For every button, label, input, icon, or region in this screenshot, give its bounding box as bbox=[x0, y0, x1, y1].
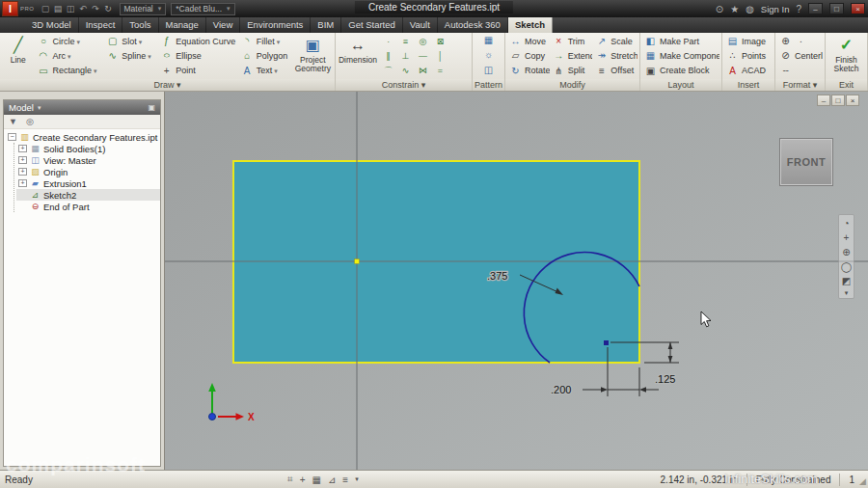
browser-header[interactable]: Model ▾ ▣ bbox=[4, 100, 160, 115]
text-button[interactable]: AText bbox=[239, 64, 292, 77]
tree-item-extrusion1[interactable]: + ▰ Extrusion1 bbox=[16, 177, 160, 189]
close-button[interactable]: × bbox=[851, 3, 865, 14]
tree-item-solid-bodies[interactable]: + ▦ Solid Bodies(1) bbox=[16, 143, 160, 154]
update-icon[interactable]: ↻ bbox=[102, 4, 115, 14]
circle-button[interactable]: ○Circle bbox=[35, 35, 103, 48]
panel-label-modify[interactable]: Modify bbox=[505, 79, 639, 91]
vertical-constraint-icon[interactable]: │ bbox=[432, 49, 448, 63]
points-button[interactable]: ∴Points bbox=[724, 49, 773, 63]
rotate-button[interactable]: ↻Rotate bbox=[507, 64, 550, 77]
communication-center-icon[interactable]: ◍ bbox=[746, 4, 754, 14]
tab-view[interactable]: View bbox=[206, 17, 240, 33]
concentric-constraint-icon[interactable]: ◎ bbox=[415, 35, 431, 48]
zoom-icon[interactable]: ⊕ bbox=[839, 245, 854, 259]
polygon-button[interactable]: ⌂Polygon bbox=[239, 49, 292, 63]
smooth-constraint-icon[interactable]: ∿ bbox=[397, 64, 414, 77]
symmetric-constraint-icon[interactable]: ⋈ bbox=[415, 64, 431, 77]
center-point-icon[interactable]: ∙ bbox=[795, 36, 807, 46]
precise-input-icon[interactable]: + bbox=[300, 474, 306, 485]
tab-bim[interactable]: BIM bbox=[311, 17, 341, 33]
mirror-icon[interactable]: ◫ bbox=[482, 65, 495, 77]
horizontal-constraint-icon[interactable]: ― bbox=[415, 49, 431, 63]
offset-button[interactable]: ≡Offset bbox=[593, 64, 637, 77]
doc-close-button[interactable]: × bbox=[846, 95, 859, 106]
minimize-button[interactable]: – bbox=[808, 3, 823, 14]
driven-dimension-icon[interactable]: ╌ bbox=[779, 66, 792, 76]
panel-label-draw[interactable]: Draw ▾ bbox=[0, 79, 335, 91]
favorites-icon[interactable]: ★ bbox=[730, 4, 739, 14]
tab-manage[interactable]: Manage bbox=[159, 17, 206, 33]
centerline-button[interactable]: ⊘Centerline bbox=[777, 49, 823, 63]
tree-item-origin[interactable]: + ▨ Origin bbox=[16, 166, 160, 177]
undo-icon[interactable]: ↶ bbox=[77, 4, 90, 14]
extend-button[interactable]: →Extend bbox=[551, 49, 593, 63]
copy-button[interactable]: ▱Copy bbox=[507, 49, 550, 63]
panel-label-format[interactable]: Format ▾ bbox=[775, 79, 825, 91]
tangent-constraint-icon[interactable]: ⌒ bbox=[380, 64, 396, 77]
tree-item-sketch2[interactable]: ⊿ Sketch2 bbox=[16, 189, 160, 201]
redo-icon[interactable]: ↷ bbox=[90, 4, 102, 14]
arc-center-point[interactable] bbox=[604, 340, 609, 345]
doc-minimize-button[interactable]: – bbox=[817, 95, 830, 106]
point-button[interactable]: +Point bbox=[158, 64, 238, 77]
expand-icon[interactable]: + bbox=[18, 179, 27, 187]
appearance-dropdown[interactable]: *Cadet Blu... ▾ bbox=[171, 3, 234, 15]
inventor-logo-icon[interactable]: I bbox=[2, 1, 18, 16]
panel-label-exit[interactable]: Exit bbox=[826, 79, 867, 91]
view-cube[interactable]: FRONT bbox=[779, 138, 833, 186]
stretch-button[interactable]: ↠Stretch bbox=[593, 49, 637, 63]
panel-label-insert[interactable]: Insert bbox=[722, 79, 774, 91]
construction-icon[interactable]: ⊕ bbox=[779, 36, 792, 46]
height-dimension[interactable]: .125 bbox=[655, 373, 675, 385]
tab-3d-model[interactable]: 3D Model bbox=[25, 17, 79, 33]
expand-icon[interactable]: + bbox=[18, 156, 27, 164]
open-file-icon[interactable]: ▤ bbox=[52, 4, 65, 14]
create-block-button[interactable]: ▣Create Block bbox=[642, 64, 719, 77]
dimension-button[interactable]: ↔ Dimension bbox=[338, 34, 378, 78]
navigation-bar-menu-icon[interactable]: ▾ bbox=[839, 288, 854, 297]
grid-snap-icon[interactable]: ⌗ bbox=[287, 474, 293, 485]
panel-label-layout[interactable]: Layout bbox=[640, 79, 721, 91]
tab-vault[interactable]: Vault bbox=[403, 17, 438, 33]
coincident-constraint-icon[interactable]: ∙ bbox=[380, 35, 396, 48]
rectangular-pattern-icon[interactable]: ▦ bbox=[482, 35, 495, 47]
equation-curve-button[interactable]: ƒEquation Curve bbox=[158, 35, 238, 48]
expand-icon[interactable]: + bbox=[18, 145, 27, 152]
material-dropdown[interactable]: Material ▾ bbox=[120, 3, 167, 15]
finish-sketch-button[interactable]: ✓ Finish Sketch bbox=[827, 34, 865, 78]
rectangle-button[interactable]: ▭Rectangle bbox=[35, 64, 103, 77]
save-icon[interactable]: ◫ bbox=[65, 4, 77, 14]
collapse-icon[interactable]: − bbox=[8, 133, 16, 141]
resize-grip[interactable]: ◢ bbox=[859, 476, 866, 486]
acad-button[interactable]: AACAD bbox=[724, 64, 773, 77]
perpendicular-constraint-icon[interactable]: ⊥ bbox=[397, 49, 414, 63]
help-icon[interactable]: ? bbox=[796, 4, 801, 14]
browser-options-icon[interactable]: ▣ bbox=[148, 103, 155, 112]
find-icon[interactable]: ◎ bbox=[26, 117, 34, 126]
graphics-window[interactable]: .375 .200 .125 bbox=[165, 92, 868, 470]
panel-label-pattern[interactable]: Pattern bbox=[473, 79, 504, 91]
slot-button[interactable]: ▢Slot bbox=[104, 35, 157, 48]
make-components-button[interactable]: ▦Make Components bbox=[642, 49, 719, 63]
radius-dimension[interactable]: .375 bbox=[487, 270, 507, 282]
new-file-icon[interactable]: ▢ bbox=[40, 4, 52, 14]
circular-pattern-icon[interactable]: ☼ bbox=[482, 49, 495, 62]
options-list-icon[interactable]: ≡ bbox=[342, 474, 348, 485]
scale-button[interactable]: ↗Scale bbox=[593, 35, 637, 48]
tab-sketch[interactable]: Sketch bbox=[508, 17, 553, 33]
ellipse-button[interactable]: ○Ellipse bbox=[158, 49, 238, 63]
slice-graphics-icon[interactable]: ⊿ bbox=[328, 474, 336, 485]
tab-autodesk-360[interactable]: Autodesk 360 bbox=[438, 17, 508, 33]
tab-environments[interactable]: Environments bbox=[240, 17, 311, 33]
trim-button[interactable]: ×Trim bbox=[551, 35, 593, 48]
look-at-icon[interactable]: ◩ bbox=[839, 274, 854, 288]
orbit-icon[interactable]: ◯ bbox=[839, 259, 854, 274]
grid-display-icon[interactable]: ▦ bbox=[312, 474, 320, 485]
panel-label-constrain[interactable]: Constrain ▾ bbox=[336, 79, 472, 91]
sign-in-button[interactable]: Sign In bbox=[761, 4, 790, 14]
collinear-constraint-icon[interactable]: ≡ bbox=[397, 35, 414, 48]
line-button[interactable]: ╱ Line bbox=[2, 34, 34, 78]
split-button[interactable]: ⋔Split bbox=[551, 64, 593, 77]
project-geometry-button[interactable]: ▣ Project Geometry bbox=[293, 34, 333, 78]
search-icon[interactable]: ⊙ bbox=[716, 4, 723, 14]
